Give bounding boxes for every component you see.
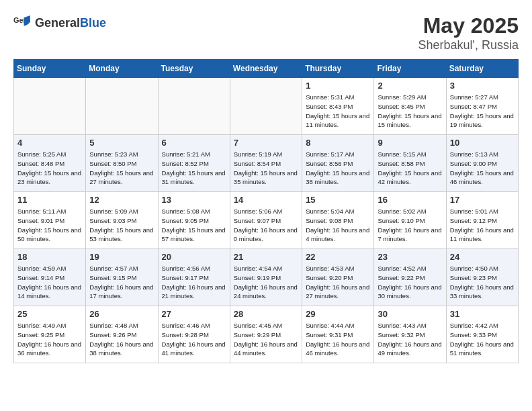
day-info: Sunrise: 4:50 AMSunset: 9:23 PMDaylight:…	[450, 264, 515, 301]
table-row: 6 Sunrise: 5:21 AMSunset: 8:52 PMDayligh…	[158, 135, 230, 192]
table-row	[86, 78, 158, 135]
day-number: 19	[89, 252, 154, 262]
calendar-table: Sunday Monday Tuesday Wednesday Thursday…	[13, 59, 519, 363]
logo-blue: Blue	[80, 16, 106, 30]
day-number: 18	[17, 252, 82, 262]
day-info: Sunrise: 4:56 AMSunset: 9:17 PMDaylight:…	[162, 264, 226, 301]
logo-text: GeneralBlue	[35, 16, 106, 30]
day-info: Sunrise: 4:57 AMSunset: 9:15 PMDaylight:…	[89, 264, 154, 301]
day-number: 5	[89, 138, 154, 148]
day-info: Sunrise: 5:27 AMSunset: 8:47 PMDaylight:…	[450, 93, 515, 130]
day-number: 24	[450, 252, 515, 262]
day-number: 17	[450, 195, 515, 205]
table-row: 4 Sunrise: 5:25 AMSunset: 8:48 PMDayligh…	[14, 135, 86, 192]
logo-general: General	[35, 16, 80, 30]
page-header: Gen GeneralBlue May 2025 Sherbakul', Rus…	[13, 13, 519, 52]
col-sunday: Sunday	[14, 60, 86, 78]
day-number: 14	[234, 195, 298, 205]
day-number: 4	[17, 138, 82, 148]
day-info: Sunrise: 4:53 AMSunset: 9:20 PMDaylight:…	[306, 264, 370, 301]
table-row: 19 Sunrise: 4:57 AMSunset: 9:15 PMDaylig…	[86, 249, 158, 306]
day-info: Sunrise: 5:17 AMSunset: 8:56 PMDaylight:…	[306, 150, 370, 187]
table-row: 21 Sunrise: 4:54 AMSunset: 9:19 PMDaylig…	[230, 249, 302, 306]
day-number: 31	[450, 309, 515, 319]
day-number: 30	[378, 309, 442, 319]
day-number: 2	[378, 81, 442, 91]
calendar-week-row: 11 Sunrise: 5:11 AMSunset: 9:01 PMDaylig…	[14, 192, 519, 249]
day-number: 27	[162, 309, 226, 319]
day-info: Sunrise: 4:43 AMSunset: 9:32 PMDaylight:…	[378, 321, 442, 358]
col-saturday: Saturday	[446, 60, 518, 78]
day-number: 10	[450, 138, 515, 148]
col-friday: Friday	[374, 60, 446, 78]
table-row: 18 Sunrise: 4:59 AMSunset: 9:14 PMDaylig…	[14, 249, 86, 306]
table-row: 13 Sunrise: 5:08 AMSunset: 9:05 PMDaylig…	[158, 192, 230, 249]
calendar-header-row: Sunday Monday Tuesday Wednesday Thursday…	[14, 60, 519, 78]
day-number: 11	[17, 195, 82, 205]
day-info: Sunrise: 4:46 AMSunset: 9:28 PMDaylight:…	[162, 321, 226, 358]
col-monday: Monday	[86, 60, 158, 78]
table-row: 29 Sunrise: 4:44 AMSunset: 9:31 PMDaylig…	[302, 306, 374, 363]
day-info: Sunrise: 5:01 AMSunset: 9:12 PMDaylight:…	[450, 207, 515, 244]
day-info: Sunrise: 4:49 AMSunset: 9:25 PMDaylight:…	[17, 321, 82, 358]
day-info: Sunrise: 5:02 AMSunset: 9:10 PMDaylight:…	[378, 207, 442, 244]
table-row: 2 Sunrise: 5:29 AMSunset: 8:45 PMDayligh…	[374, 78, 446, 135]
day-info: Sunrise: 5:31 AMSunset: 8:43 PMDaylight:…	[306, 93, 370, 130]
day-number: 6	[162, 138, 226, 148]
day-info: Sunrise: 4:42 AMSunset: 9:33 PMDaylight:…	[450, 321, 515, 358]
col-tuesday: Tuesday	[158, 60, 230, 78]
table-row: 7 Sunrise: 5:19 AMSunset: 8:54 PMDayligh…	[230, 135, 302, 192]
day-number: 15	[306, 195, 370, 205]
table-row: 30 Sunrise: 4:43 AMSunset: 9:32 PMDaylig…	[374, 306, 446, 363]
logo: Gen GeneralBlue	[13, 13, 106, 32]
table-row: 23 Sunrise: 4:52 AMSunset: 9:22 PMDaylig…	[374, 249, 446, 306]
day-info: Sunrise: 4:54 AMSunset: 9:19 PMDaylight:…	[234, 264, 298, 301]
day-info: Sunrise: 5:09 AMSunset: 9:03 PMDaylight:…	[89, 207, 154, 244]
day-number: 26	[89, 309, 154, 319]
day-info: Sunrise: 5:04 AMSunset: 9:08 PMDaylight:…	[306, 207, 370, 244]
table-row: 12 Sunrise: 5:09 AMSunset: 9:03 PMDaylig…	[86, 192, 158, 249]
calendar-week-row: 25 Sunrise: 4:49 AMSunset: 9:25 PMDaylig…	[14, 306, 519, 363]
day-info: Sunrise: 5:15 AMSunset: 8:58 PMDaylight:…	[378, 150, 442, 187]
day-number: 3	[450, 81, 515, 91]
day-number: 16	[378, 195, 442, 205]
table-row: 26 Sunrise: 4:48 AMSunset: 9:26 PMDaylig…	[86, 306, 158, 363]
table-row: 5 Sunrise: 5:23 AMSunset: 8:50 PMDayligh…	[86, 135, 158, 192]
day-info: Sunrise: 4:52 AMSunset: 9:22 PMDaylight:…	[378, 264, 442, 301]
table-row: 20 Sunrise: 4:56 AMSunset: 9:17 PMDaylig…	[158, 249, 230, 306]
calendar-week-row: 1 Sunrise: 5:31 AMSunset: 8:43 PMDayligh…	[14, 78, 519, 135]
table-row: 8 Sunrise: 5:17 AMSunset: 8:56 PMDayligh…	[302, 135, 374, 192]
table-row	[230, 78, 302, 135]
day-number: 21	[234, 252, 298, 262]
table-row: 9 Sunrise: 5:15 AMSunset: 8:58 PMDayligh…	[374, 135, 446, 192]
day-number: 1	[306, 81, 370, 91]
table-row: 27 Sunrise: 4:46 AMSunset: 9:28 PMDaylig…	[158, 306, 230, 363]
day-info: Sunrise: 5:29 AMSunset: 8:45 PMDaylight:…	[378, 93, 442, 130]
day-info: Sunrise: 4:44 AMSunset: 9:31 PMDaylight:…	[306, 321, 370, 358]
day-number: 20	[162, 252, 226, 262]
table-row: 15 Sunrise: 5:04 AMSunset: 9:08 PMDaylig…	[302, 192, 374, 249]
day-number: 8	[306, 138, 370, 148]
month-title: May 2025	[418, 13, 519, 38]
table-row: 22 Sunrise: 4:53 AMSunset: 9:20 PMDaylig…	[302, 249, 374, 306]
day-info: Sunrise: 5:08 AMSunset: 9:05 PMDaylight:…	[162, 207, 226, 244]
table-row: 11 Sunrise: 5:11 AMSunset: 9:01 PMDaylig…	[14, 192, 86, 249]
calendar-week-row: 18 Sunrise: 4:59 AMSunset: 9:14 PMDaylig…	[14, 249, 519, 306]
day-number: 9	[378, 138, 442, 148]
day-number: 29	[306, 309, 370, 319]
table-row: 1 Sunrise: 5:31 AMSunset: 8:43 PMDayligh…	[302, 78, 374, 135]
day-info: Sunrise: 5:11 AMSunset: 9:01 PMDaylight:…	[17, 207, 82, 244]
table-row: 17 Sunrise: 5:01 AMSunset: 9:12 PMDaylig…	[446, 192, 518, 249]
col-thursday: Thursday	[302, 60, 374, 78]
day-info: Sunrise: 5:25 AMSunset: 8:48 PMDaylight:…	[17, 150, 82, 187]
day-info: Sunrise: 5:13 AMSunset: 9:00 PMDaylight:…	[450, 150, 515, 187]
table-row	[14, 78, 86, 135]
table-row: 25 Sunrise: 4:49 AMSunset: 9:25 PMDaylig…	[14, 306, 86, 363]
day-number: 25	[17, 309, 82, 319]
location-title: Sherbakul', Russia	[418, 38, 519, 52]
day-number: 28	[234, 309, 298, 319]
day-info: Sunrise: 4:45 AMSunset: 9:29 PMDaylight:…	[234, 321, 298, 358]
table-row	[158, 78, 230, 135]
day-info: Sunrise: 4:48 AMSunset: 9:26 PMDaylight:…	[89, 321, 154, 358]
table-row: 3 Sunrise: 5:27 AMSunset: 8:47 PMDayligh…	[446, 78, 518, 135]
